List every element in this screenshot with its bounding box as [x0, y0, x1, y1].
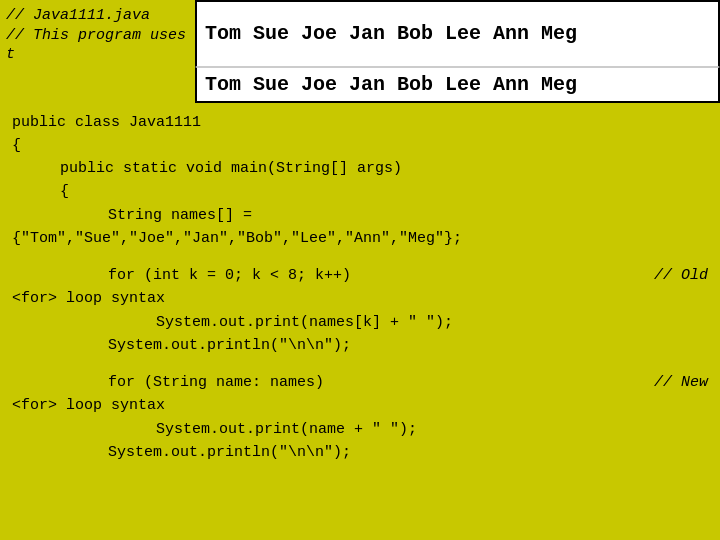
- for-new-syntax: <for> loop syntax: [12, 394, 165, 417]
- println1-line: System.out.println("\n\n");: [12, 334, 708, 357]
- open-brace1: {: [12, 134, 21, 157]
- name-meg-1: Meg: [541, 22, 577, 45]
- empty-2: [12, 357, 708, 371]
- for-old-syntax: <for> loop syntax: [12, 287, 165, 310]
- string-decl: String names[] =: [108, 204, 252, 227]
- class-decl: public class Java1111: [12, 111, 201, 134]
- name-sue-2: Sue: [253, 73, 289, 96]
- main-decl: public static void main(String[] args): [60, 157, 402, 180]
- comment-block-1: // Java1111.java // This program uses t: [0, 0, 195, 67]
- for-old-syntax-line: <for> loop syntax: [12, 287, 708, 310]
- name-lee-2: Lee: [445, 73, 481, 96]
- name-jan-2: Jan: [349, 73, 385, 96]
- for-old: for (int k = 0; k < 8; k++): [108, 264, 351, 287]
- top-section: // Java1111.java // This program uses t …: [0, 0, 720, 103]
- name-tom-1: Tom: [205, 22, 241, 45]
- name-ann-1: Ann: [493, 22, 529, 45]
- sysout-k-line: System.out.print(names[k] + " ");: [12, 311, 708, 334]
- name-jan-1: Jan: [349, 22, 385, 45]
- name-joe-1: Joe: [301, 22, 337, 45]
- println2: System.out.println("\n\n");: [108, 441, 351, 464]
- open-brace1-line: {: [12, 134, 708, 157]
- for-new-syntax-line: <for> loop syntax: [12, 394, 708, 417]
- name-ann-2: Ann: [493, 73, 529, 96]
- for-new-comment: // New: [634, 371, 708, 394]
- code-area: public class Java1111 { public static vo…: [0, 103, 720, 473]
- header-row-1: // Java1111.java // This program uses t …: [0, 0, 720, 67]
- println2-line: System.out.println("\n\n");: [12, 441, 708, 464]
- name-meg-2: Meg: [541, 73, 577, 96]
- comment-line2: // This program uses t: [6, 26, 189, 65]
- names-box-2: Tom Sue Joe Jan Bob Lee Ann Meg: [195, 67, 720, 103]
- main-container: // Java1111.java // This program uses t …: [0, 0, 720, 540]
- class-decl-line: public class Java1111: [12, 111, 708, 134]
- comment-block-2: [0, 67, 195, 103]
- name-lee-1: Lee: [445, 22, 481, 45]
- name-bob-2: Bob: [397, 73, 433, 96]
- println1: System.out.println("\n\n");: [108, 334, 351, 357]
- open-brace2-line: {: [12, 180, 708, 203]
- for-old-comment: // Old: [634, 264, 708, 287]
- empty-1: [12, 250, 708, 264]
- for-old-line: for (int k = 0; k < 8; k++) // Old: [12, 264, 708, 287]
- array-init: {"Tom","Sue","Joe","Jan","Bob","Lee","An…: [12, 227, 462, 250]
- for-new-line: for (String name: names) // New: [12, 371, 708, 394]
- name-sue-1: Sue: [253, 22, 289, 45]
- sysout-k: System.out.print(names[k] + " ");: [156, 311, 453, 334]
- header-row-2: Tom Sue Joe Jan Bob Lee Ann Meg: [0, 67, 720, 103]
- name-tom-2: Tom: [205, 73, 241, 96]
- main-decl-line: public static void main(String[] args): [12, 157, 708, 180]
- comment-line1: // Java1111.java: [6, 6, 189, 26]
- sysout-name: System.out.print(name + " ");: [156, 418, 417, 441]
- names-box-1: Tom Sue Joe Jan Bob Lee Ann Meg: [195, 0, 720, 67]
- sysout-name-line: System.out.print(name + " ");: [12, 418, 708, 441]
- open-brace2: {: [60, 180, 69, 203]
- for-new: for (String name: names): [108, 371, 324, 394]
- name-joe-2: Joe: [301, 73, 337, 96]
- array-init-line: {"Tom","Sue","Joe","Jan","Bob","Lee","An…: [12, 227, 708, 250]
- name-bob-1: Bob: [397, 22, 433, 45]
- string-decl-line: String names[] =: [12, 204, 708, 227]
